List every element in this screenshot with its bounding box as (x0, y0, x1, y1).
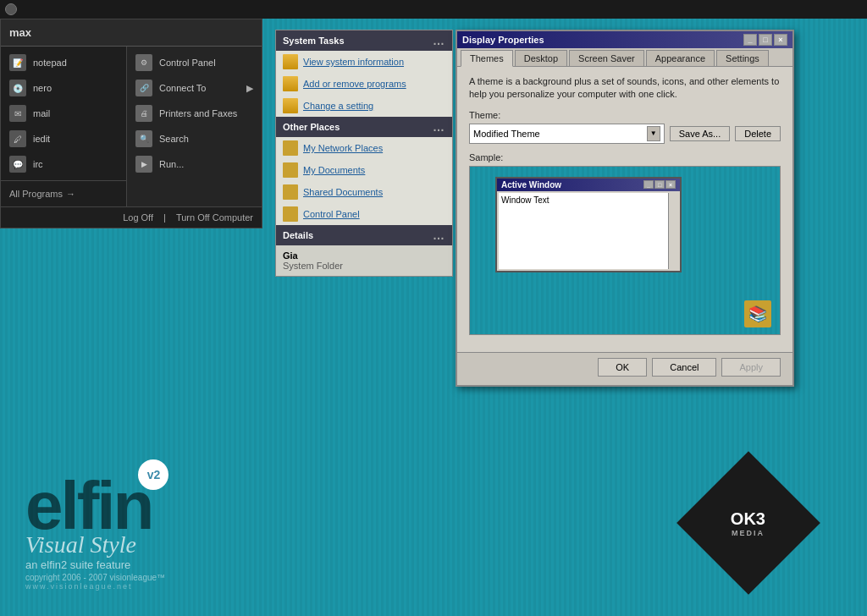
run-icon: ▶ (135, 156, 152, 173)
sample-titlebar: Active Window _ □ × (497, 179, 680, 191)
connect-to-arrow: ▶ (246, 83, 253, 94)
control-panel-icon: ⚙ (135, 54, 152, 71)
all-programs-label: All Programs (9, 189, 63, 199)
start-menu-user: max (9, 26, 31, 39)
delete-button[interactable]: Delete (735, 126, 781, 141)
apply-button[interactable]: Apply (721, 358, 781, 377)
tab-desktop-label: Desktop (524, 53, 558, 63)
right-item-search[interactable]: 🔍 Search (127, 126, 262, 151)
dialog-close-button[interactable]: × (774, 34, 787, 46)
tab-desktop[interactable]: Desktop (515, 50, 567, 66)
theme-dropdown-arrow[interactable]: ▼ (647, 126, 660, 141)
add-remove-label: Add or remove programs (303, 79, 406, 89)
menu-item-nero-label: nero (33, 83, 52, 93)
turn-off-button[interactable]: Turn Off Computer (176, 212, 253, 223)
other-places-dots: … (433, 120, 445, 134)
dialog-title: Display Properties (462, 35, 544, 45)
sample-close: × (665, 180, 676, 189)
shared-docs-label: Shared Documents (303, 187, 383, 197)
menu-item-nero[interactable]: 💿 nero (1, 75, 126, 101)
connect-to-icon: 🔗 (135, 80, 152, 96)
my-network-places[interactable]: My Network Places (276, 137, 452, 159)
change-setting[interactable]: Change a setting (276, 95, 452, 117)
network-icon (283, 140, 298, 156)
sample-window: Active Window _ □ × Window Text (495, 177, 682, 272)
explorer-panel: System Tasks … View system information A… (275, 30, 453, 277)
dialog-tabs: Themes Desktop Screen Saver Appearance S… (457, 48, 792, 67)
dialog-minimize-button[interactable]: _ (743, 34, 757, 46)
theme-label: Theme: (469, 110, 781, 120)
right-item-run[interactable]: ▶ Run... (127, 151, 262, 177)
details-label: Details (283, 230, 313, 240)
printers-icon: 🖨 (135, 105, 152, 122)
sample-title-buttons: _ □ × (643, 180, 676, 189)
my-network-label: My Network Places (303, 143, 383, 153)
right-item-printers[interactable]: 🖨 Printers and Faxes (127, 101, 262, 126)
shared-docs-icon (283, 184, 298, 200)
ok3-sub-text: MEDIA (731, 529, 765, 538)
dialog-description: A theme is a background plus a set of so… (469, 75, 781, 102)
system-tasks-header: System Tasks … (276, 30, 452, 51)
tab-themes-label: Themes (470, 53, 504, 63)
elfin-copyright: copyright 2006 - 2007 visionleague™ (25, 573, 165, 582)
elfin-url: www.visionleague.net (25, 582, 165, 591)
view-system-info[interactable]: View system information (276, 51, 452, 73)
sample-window-body: Window Text (499, 193, 678, 269)
menu-item-notepad[interactable]: 📝 notepad (1, 50, 126, 75)
menu-item-mail-label: mail (33, 108, 50, 118)
tab-themes[interactable]: Themes (461, 50, 513, 67)
right-item-control-panel[interactable]: ⚙ Control Panel (127, 50, 262, 75)
shared-documents[interactable]: Shared Documents (276, 181, 452, 203)
dialog-maximize-button[interactable]: □ (759, 34, 772, 46)
save-as-button[interactable]: Save As... (670, 126, 731, 141)
right-item-search-label: Search (159, 134, 189, 144)
start-menu: max 📝 notepad 💿 nero ✉ mail 🖊 iedit 💬 (0, 19, 262, 228)
view-info-label: View system information (303, 57, 404, 67)
details-name: Gia (283, 250, 445, 261)
taskbar (0, 0, 867, 19)
menu-item-mail[interactable]: ✉ mail (1, 101, 126, 126)
right-item-connect-to[interactable]: 🔗 Connect To ▶ (127, 75, 262, 101)
display-properties-dialog: Display Properties _ □ × Themes Desktop … (456, 30, 794, 387)
elfin-v2-badge: v2 (138, 459, 168, 490)
sample-icon-img: 📚 (744, 300, 771, 327)
all-programs-item[interactable]: All Programs → (1, 184, 126, 203)
add-remove-programs[interactable]: Add or remove programs (276, 73, 452, 95)
change-setting-label: Change a setting (303, 101, 373, 111)
my-docs-label: My Documents (303, 165, 365, 175)
ok3-logo: OK3 MEDIA (698, 472, 799, 574)
tab-screen-saver[interactable]: Screen Saver (569, 50, 644, 66)
elfin-branding: elfin v2 Visual Style an elfin2 suite fe… (25, 472, 165, 591)
other-places-label: Other Places (283, 122, 340, 132)
tab-settings[interactable]: Settings (716, 50, 769, 66)
sample-maximize: □ (654, 180, 665, 189)
menu-item-irc[interactable]: 💬 irc (1, 151, 126, 177)
footer-separator: | (163, 212, 166, 223)
my-docs-icon (283, 162, 298, 178)
explorer-control-panel-icon (283, 206, 298, 222)
dialog-content: A theme is a background plus a set of so… (457, 67, 792, 352)
nero-icon: 💿 (9, 80, 26, 96)
start-menu-footer: Log Off | Turn Off Computer (1, 206, 262, 228)
my-documents[interactable]: My Documents (276, 159, 452, 181)
ok-button[interactable]: OK (598, 358, 647, 377)
details-type: System Folder (283, 261, 445, 271)
explorer-control-panel[interactable]: Control Panel (276, 203, 452, 225)
search-icon: 🔍 (135, 130, 152, 147)
start-menu-body: 📝 notepad 💿 nero ✉ mail 🖊 iedit 💬 irc A (1, 47, 262, 206)
mail-icon: ✉ (9, 105, 26, 122)
ok3-text-container: OK3 MEDIA (731, 509, 765, 538)
system-tasks-label: System Tasks (283, 36, 345, 46)
menu-item-iedit[interactable]: 🖊 iedit (1, 126, 126, 151)
theme-dropdown[interactable]: Modified Theme ▼ (469, 124, 665, 144)
menu-item-notepad-label: notepad (33, 58, 67, 68)
sample-minimize: _ (643, 180, 654, 189)
details-dots: … (433, 228, 445, 242)
cancel-button[interactable]: Cancel (652, 358, 716, 377)
tab-settings-label: Settings (726, 53, 759, 63)
elfin-suite: an elfin2 suite feature (25, 558, 165, 571)
sample-desktop-icon: 📚 (744, 300, 771, 327)
tab-appearance[interactable]: Appearance (646, 50, 715, 66)
log-off-button[interactable]: Log Off (123, 212, 153, 223)
other-places-header: Other Places … (276, 117, 452, 137)
